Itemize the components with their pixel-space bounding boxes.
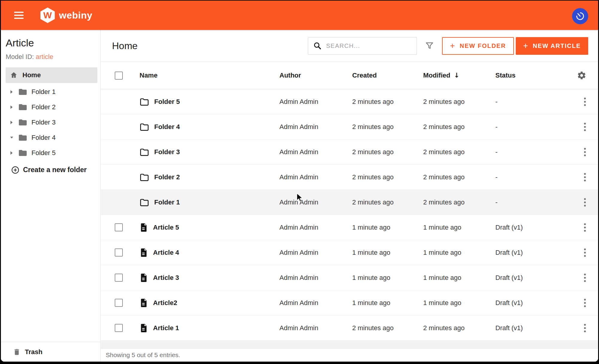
entry-modified: 2 minutes ago <box>423 173 495 181</box>
sidebar-folder-label: Folder 1 <box>31 88 56 96</box>
caret-right-icon[interactable] <box>10 151 13 155</box>
row-actions-kebab-icon[interactable] <box>577 173 586 181</box>
entry-status: Draft (v1) <box>495 249 572 257</box>
document-icon <box>140 323 148 333</box>
table-row[interactable]: Folder 4Admin Admin2 minutes ago2 minute… <box>101 114 598 139</box>
table-row[interactable]: Article 5Admin Admin1 minute ago1 minute… <box>101 215 598 240</box>
row-checkbox[interactable] <box>115 299 123 307</box>
sidebar-folder-item[interactable]: Folder 3 <box>1 115 100 130</box>
create-new-folder-button[interactable]: Create a new folder <box>1 162 100 178</box>
caret-down-icon[interactable] <box>10 136 13 140</box>
row-actions-kebab-icon[interactable] <box>577 299 586 307</box>
entry-name[interactable]: Folder 5 <box>154 98 180 106</box>
sidebar-home-label: Home <box>22 71 41 79</box>
folder-icon <box>140 122 149 131</box>
folder-icon <box>18 88 27 96</box>
row-checkbox[interactable] <box>115 324 123 332</box>
entry-created: 2 minutes ago <box>352 98 423 106</box>
entry-status: Draft (v1) <box>495 224 572 231</box>
caret-right-icon[interactable] <box>10 120 13 125</box>
table-row[interactable]: Article2Admin Admin1 minute ago1 minute … <box>101 290 598 316</box>
plus-icon: + <box>450 42 456 50</box>
entry-name[interactable]: Folder 1 <box>154 198 180 206</box>
select-all-checkbox[interactable] <box>115 72 123 80</box>
browser-window: W webiny Article Model ID: article <box>0 0 599 364</box>
entry-created: 1 minute ago <box>352 224 423 231</box>
column-header-created[interactable]: Created <box>352 72 423 79</box>
table-row[interactable]: Article 4Admin Admin1 minute ago1 minute… <box>101 240 598 265</box>
model-id-value[interactable]: article <box>36 53 53 60</box>
table-row[interactable]: Article 3Admin Admin1 minute ago1 minute… <box>101 265 598 290</box>
column-header-modified[interactable]: Modified↓ <box>423 72 495 79</box>
sidebar-item-home[interactable]: Home <box>6 67 97 83</box>
entry-modified: 2 minutes ago <box>423 148 495 156</box>
column-header-status[interactable]: Status <box>495 72 572 79</box>
row-checkbox[interactable] <box>115 223 123 231</box>
folder-icon <box>140 97 149 106</box>
sidebar-folder-item[interactable]: Folder 2 <box>1 99 100 115</box>
webiny-app: W webiny Article Model ID: article <box>1 1 598 362</box>
folder-icon <box>140 198 149 207</box>
row-checkbox[interactable] <box>115 248 123 257</box>
sidebar-folder-item[interactable]: Folder 4 <box>1 130 100 145</box>
column-header-name[interactable]: Name <box>140 72 279 79</box>
entry-status: - <box>495 98 572 106</box>
new-folder-button[interactable]: + NEW FOLDER <box>442 37 514 55</box>
home-icon <box>10 71 18 79</box>
caret-right-icon[interactable] <box>10 90 13 94</box>
entry-name[interactable]: Article 5 <box>153 224 179 231</box>
content-area: Home + NEW FOLDER <box>101 30 598 362</box>
filter-icon[interactable] <box>425 41 434 51</box>
trash-label: Trash <box>25 348 43 356</box>
row-actions-kebab-icon[interactable] <box>577 274 586 282</box>
entry-status: - <box>495 198 572 206</box>
row-checkbox[interactable] <box>115 274 123 282</box>
entries-summary: Showing 5 out of 5 entries. <box>106 351 180 359</box>
entry-status: Draft (v1) <box>495 274 572 282</box>
user-avatar[interactable] <box>572 8 588 24</box>
entry-name[interactable]: Article 1 <box>153 324 179 332</box>
row-actions-kebab-icon[interactable] <box>577 123 586 131</box>
row-actions-kebab-icon[interactable] <box>577 198 586 207</box>
entry-name[interactable]: Folder 4 <box>154 123 180 131</box>
circle-plus-icon <box>11 166 19 174</box>
row-actions-kebab-icon[interactable] <box>577 223 586 232</box>
sidebar-folder-label: Folder 5 <box>31 149 56 157</box>
table-row[interactable]: Article 1Admin Admin2 minutes ago2 minut… <box>101 316 598 341</box>
table-row[interactable]: Folder 1Admin Admin2 minutes ago2 minute… <box>101 190 598 215</box>
entry-status: Draft (v1) <box>495 299 572 307</box>
entry-name[interactable]: Article2 <box>153 299 177 307</box>
entry-status: - <box>495 173 572 181</box>
sidebar-folder-label: Folder 3 <box>31 119 56 126</box>
column-header-author[interactable]: Author <box>279 72 352 79</box>
folder-icon <box>140 148 149 157</box>
row-actions-kebab-icon[interactable] <box>577 148 586 156</box>
entry-name[interactable]: Folder 2 <box>154 173 180 181</box>
new-article-button[interactable]: + NEW ARTICLE <box>516 37 588 55</box>
table-row[interactable]: Folder 5Admin Admin2 minutes ago2 minute… <box>101 89 598 114</box>
entry-author: Admin Admin <box>279 98 352 106</box>
caret-right-icon[interactable] <box>10 105 13 109</box>
power-icon <box>573 9 587 23</box>
hamburger-menu-icon[interactable] <box>14 12 24 19</box>
row-actions-kebab-icon[interactable] <box>577 98 586 106</box>
table-row[interactable]: Folder 3Admin Admin2 minutes ago2 minute… <box>101 139 598 165</box>
folder-icon <box>18 149 27 157</box>
row-actions-kebab-icon[interactable] <box>577 324 586 332</box>
webiny-logo-icon[interactable]: W <box>40 7 55 23</box>
search-input[interactable] <box>326 43 407 49</box>
sidebar-folder-item[interactable]: Folder 5 <box>1 145 100 160</box>
row-actions-kebab-icon[interactable] <box>577 248 586 257</box>
entry-name[interactable]: Article 4 <box>153 249 179 257</box>
table-row[interactable]: Folder 2Admin Admin2 minutes ago2 minute… <box>101 165 598 190</box>
entry-name[interactable]: Article 3 <box>153 274 179 282</box>
entry-author: Admin Admin <box>279 274 352 282</box>
entry-name[interactable]: Folder 3 <box>154 148 180 156</box>
entry-author: Admin Admin <box>279 198 352 206</box>
entry-modified: 2 minutes ago <box>423 98 495 106</box>
table-settings-gear-icon[interactable] <box>577 71 586 80</box>
page-title: Home <box>112 40 137 51</box>
entry-created: 2 minutes ago <box>352 198 423 206</box>
sidebar-folder-item[interactable]: Folder 1 <box>1 84 100 99</box>
sidebar-item-trash[interactable]: Trash <box>1 342 100 362</box>
